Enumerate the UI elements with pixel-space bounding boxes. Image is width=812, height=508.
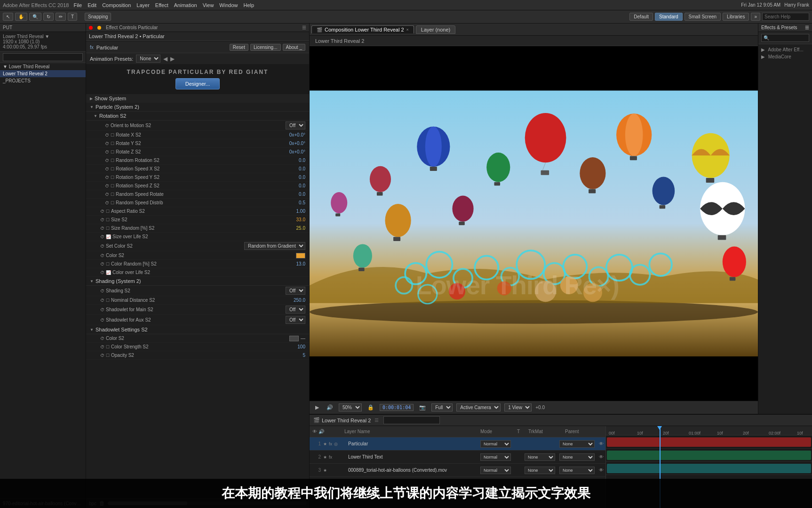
stopwatch-rz[interactable]: ⏱ bbox=[105, 150, 109, 154]
fx-item-mediacore[interactable]: ▶ MediaCore bbox=[761, 53, 809, 60]
rotation-s2-header[interactable]: ▼ Rotation S2 bbox=[86, 112, 309, 121]
layer-3-parent-select[interactable]: None bbox=[559, 467, 595, 474]
tool-zoom[interactable]: 🔍 bbox=[29, 13, 41, 21]
time-display[interactable]: 0:00:01:04 bbox=[380, 404, 414, 411]
sw-sizr[interactable]: ⏱ bbox=[100, 226, 104, 231]
menu-view[interactable]: View bbox=[203, 2, 214, 8]
layer-3-mode-select[interactable]: Normal bbox=[480, 467, 511, 474]
layer-2-effect[interactable]: fx bbox=[328, 454, 333, 460]
breadcrumb-comp[interactable]: Lower Third Reveal 2 bbox=[313, 38, 366, 44]
anim-presets-prev[interactable]: ◀ bbox=[163, 56, 167, 62]
reset-btn[interactable]: Reset bbox=[230, 44, 248, 51]
designer-btn[interactable]: Designer... bbox=[175, 78, 220, 89]
sw-rsd[interactable]: ⏱ bbox=[105, 201, 109, 205]
shadowlet-main-select[interactable]: Off bbox=[286, 306, 305, 314]
menu-composition[interactable]: Composition bbox=[102, 2, 131, 8]
tool-select[interactable]: ↖ bbox=[3, 13, 13, 21]
cb-cr[interactable]: ☐ bbox=[106, 262, 110, 266]
timeline-tab[interactable]: 🎬 Lower Third Reveal 2 ☰ bbox=[313, 417, 379, 423]
layer-2-trkmat-select[interactable]: None bbox=[525, 453, 555, 461]
color-s2-swatch[interactable] bbox=[296, 253, 305, 258]
sw-rsx[interactable]: ⏱ bbox=[105, 167, 109, 171]
cb-rsx[interactable]: ☐ bbox=[111, 167, 114, 171]
project-item-lower-third-reveal[interactable]: ▼ Lower Third Reveal bbox=[0, 63, 86, 70]
ec-panel-menu[interactable]: ☰ bbox=[302, 25, 306, 30]
stopwatch-ry[interactable]: ⏱ bbox=[105, 141, 109, 146]
particle-system-2-header[interactable]: ▼ Particle (System 2) bbox=[86, 103, 309, 112]
rotate-x-val[interactable]: 0x+0.0° bbox=[282, 132, 305, 137]
rot-speed-z-val[interactable]: 0.0 bbox=[282, 183, 305, 188]
licensing-btn[interactable]: Licensing... bbox=[250, 44, 281, 51]
cb-rsd[interactable]: ☐ bbox=[111, 201, 114, 205]
checkbox-rz[interactable]: ☐ bbox=[111, 150, 114, 154]
layer-1-motion-blur[interactable]: ◎ bbox=[334, 441, 338, 447]
sw-sha[interactable]: ⏱ bbox=[100, 318, 104, 323]
magnification-select[interactable]: 50% bbox=[339, 403, 362, 411]
checkbox-ry[interactable]: ☐ bbox=[111, 141, 114, 146]
tool-rotate[interactable]: ↻ bbox=[43, 13, 54, 21]
right-panel-menu[interactable]: ☰ bbox=[805, 25, 809, 30]
sw-size[interactable]: ⏱ bbox=[100, 218, 104, 222]
orient-select[interactable]: Off bbox=[286, 121, 305, 129]
stopwatch-rx[interactable]: ⏱ bbox=[105, 133, 109, 137]
layer-row-3[interactable]: 3 ★ 000889_torial-hot-air-balloons (Conv… bbox=[310, 464, 605, 477]
anim-presets-next[interactable]: ▶ bbox=[170, 56, 175, 62]
sw-cr[interactable]: ⏱ bbox=[100, 262, 104, 266]
sw-shm[interactable]: ⏱ bbox=[100, 307, 104, 312]
layer-1-mode-select[interactable]: Normal bbox=[480, 440, 511, 448]
sw-shad[interactable]: ⏱ bbox=[100, 289, 104, 293]
color-s2-dark-swatch[interactable] bbox=[289, 336, 299, 341]
layer-3-visibility[interactable]: 👁 bbox=[599, 468, 604, 473]
layer-3-trkmat-select[interactable]: None bbox=[525, 467, 555, 474]
rot-speed-y-val[interactable]: 0.0 bbox=[282, 175, 305, 180]
view-select[interactable]: Active Camera bbox=[456, 403, 501, 411]
graph-cl-icon[interactable]: 📈 bbox=[106, 270, 111, 275]
color-random-val[interactable]: 13.0 bbox=[282, 261, 305, 266]
cb-aspect[interactable]: ☐ bbox=[106, 209, 110, 214]
project-item-lower-third-reveal-2[interactable]: Lower Third Reveal 2 bbox=[0, 70, 86, 77]
shadowlet-settings-header[interactable]: ▼ Shadowlet Settings S2 bbox=[86, 325, 309, 334]
size-random-val[interactable]: 25.0 bbox=[282, 226, 305, 231]
comp-tab-active[interactable]: 🎬 Composition Lower Third Reveal 2 × bbox=[311, 25, 414, 33]
workspace-standard[interactable]: Standard bbox=[655, 13, 683, 21]
rotate-y-val[interactable]: 0x+0.0° bbox=[282, 141, 305, 146]
menu-window[interactable]: Window bbox=[219, 2, 238, 8]
snapping-btn[interactable]: Snapping bbox=[85, 13, 111, 21]
stopwatch-orient[interactable]: ⏱ bbox=[105, 123, 109, 128]
track-bar-2[interactable] bbox=[607, 451, 811, 460]
sw-aspect[interactable]: ⏱ bbox=[100, 209, 104, 214]
shadowlet-aux-select[interactable]: Off bbox=[286, 316, 305, 324]
viewer-play-btn[interactable]: ▶ bbox=[313, 403, 321, 411]
sw-ops2[interactable]: ⏱ bbox=[100, 353, 104, 358]
layer-tab[interactable]: Layer (none) bbox=[416, 25, 455, 34]
set-color-select[interactable]: Random from Gradient bbox=[244, 242, 305, 250]
sw-cs2[interactable]: ⏱ bbox=[100, 253, 104, 258]
about-btn[interactable]: About _ bbox=[283, 44, 305, 51]
sw-csd[interactable]: ⏱ bbox=[100, 336, 104, 341]
random-rot-val[interactable]: 0.0 bbox=[282, 158, 305, 163]
layer-1-parent-select[interactable]: None bbox=[559, 440, 595, 448]
tool-text[interactable]: T bbox=[68, 13, 77, 21]
menu-edit[interactable]: Edit bbox=[88, 2, 96, 8]
viewer-camera-btn[interactable]: 📷 bbox=[417, 403, 428, 411]
fx-item-adobe[interactable]: ▶ Adobe After Eff... bbox=[761, 46, 809, 53]
rand-speed-dist-val[interactable]: 0.5 bbox=[282, 200, 305, 205]
cb-rsr[interactable]: ☐ bbox=[111, 192, 114, 197]
workspace-libraries[interactable]: Libraries bbox=[723, 13, 749, 21]
layer-2-mode-select[interactable]: Normal bbox=[480, 453, 511, 461]
project-item-projects[interactable]: _PROJECTS bbox=[0, 77, 86, 84]
cb-randrot[interactable]: ☐ bbox=[111, 158, 114, 163]
viewer-lock-btn[interactable]: 🔒 bbox=[366, 403, 376, 411]
workspace-default[interactable]: Default bbox=[629, 13, 653, 21]
layer-row-1[interactable]: 1 ★ fx ◎ Particular Normal bbox=[310, 437, 605, 451]
menu-layer[interactable]: Layer bbox=[136, 2, 150, 8]
graph-sizl-icon[interactable]: 📈 bbox=[106, 234, 111, 239]
quality-select[interactable]: Full bbox=[431, 403, 453, 411]
tool-hand[interactable]: ✋ bbox=[15, 13, 27, 21]
shading-select[interactable]: Off bbox=[286, 287, 305, 295]
cb-size[interactable]: ☐ bbox=[106, 218, 110, 222]
project-search-input[interactable] bbox=[3, 53, 83, 61]
layer-1-effect[interactable]: fx bbox=[328, 441, 333, 447]
layer-row-2[interactable]: 2 ★ fx Lower Third Text Normal bbox=[310, 451, 605, 464]
cb-rsy[interactable]: ☐ bbox=[111, 175, 114, 180]
